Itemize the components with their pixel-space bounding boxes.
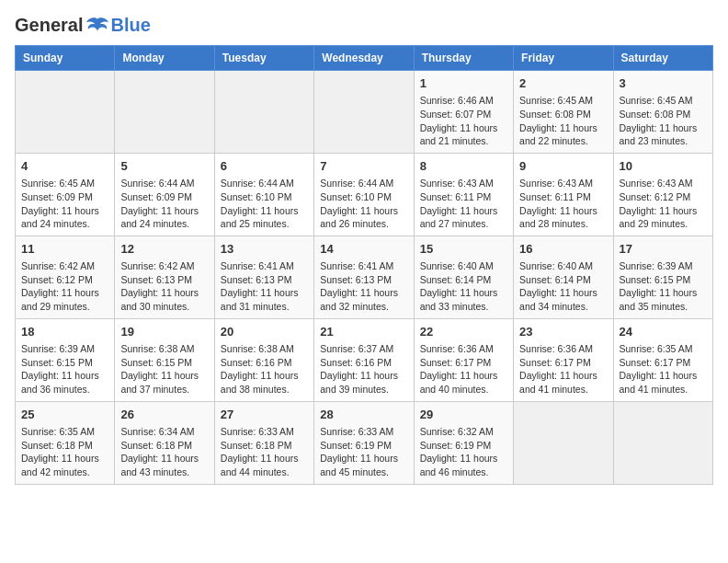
day-info: Sunrise: 6:43 AM (519, 177, 607, 190)
day-number: 7 (320, 158, 407, 175)
day-info: Daylight: 11 hours and 31 minutes. (221, 286, 308, 313)
day-info: Sunrise: 6:43 AM (620, 177, 707, 190)
calendar-cell: 2Sunrise: 6:45 AMSunset: 6:08 PMDaylight… (514, 71, 613, 154)
calendar-cell: 26Sunrise: 6:34 AMSunset: 6:18 PMDayligh… (115, 401, 214, 484)
calendar-cell: 14Sunrise: 6:41 AMSunset: 6:13 PMDayligh… (314, 236, 414, 318)
day-number: 27 (221, 407, 308, 423)
day-info: Daylight: 11 hours and 33 minutes. (420, 286, 507, 313)
day-info: Sunrise: 6:42 AM (21, 259, 108, 273)
logo: General Blue (15, 15, 151, 36)
day-info: Daylight: 11 hours and 34 minutes. (519, 286, 607, 313)
day-info: Sunrise: 6:39 AM (21, 342, 108, 356)
calendar-cell: 13Sunrise: 6:41 AMSunset: 6:13 PMDayligh… (214, 236, 313, 318)
calendar-cell: 4Sunrise: 6:45 AMSunset: 6:09 PMDaylight… (16, 153, 115, 236)
day-number: 2 (519, 75, 607, 92)
day-number: 25 (21, 407, 108, 423)
calendar-cell: 25Sunrise: 6:35 AMSunset: 6:18 PMDayligh… (16, 401, 115, 484)
day-number: 26 (120, 407, 208, 423)
day-info: Daylight: 11 hours and 23 minutes. (620, 121, 707, 148)
calendar-cell: 16Sunrise: 6:40 AMSunset: 6:14 PMDayligh… (514, 236, 613, 318)
day-info: Sunrise: 6:33 AM (320, 425, 407, 439)
day-info: Daylight: 11 hours and 21 minutes. (420, 121, 507, 148)
day-number: 3 (620, 75, 707, 92)
day-info: Sunset: 6:15 PM (120, 356, 208, 370)
day-info: Sunset: 6:13 PM (221, 273, 308, 287)
calendar-header-row: SundayMondayTuesdayWednesdayThursdayFrid… (16, 46, 713, 71)
day-info: Sunrise: 6:41 AM (221, 259, 308, 273)
day-info: Sunrise: 6:35 AM (21, 425, 108, 439)
day-info: Daylight: 11 hours and 24 minutes. (120, 204, 208, 231)
calendar-week-row: 25Sunrise: 6:35 AMSunset: 6:18 PMDayligh… (16, 401, 713, 484)
day-number: 29 (420, 407, 507, 423)
calendar-cell: 19Sunrise: 6:38 AMSunset: 6:15 PMDayligh… (115, 318, 214, 401)
day-number: 13 (221, 241, 308, 258)
calendar-cell (613, 401, 712, 484)
day-info: Sunset: 6:17 PM (519, 356, 607, 370)
day-info: Sunset: 6:09 PM (21, 190, 108, 204)
day-number: 14 (320, 241, 407, 258)
calendar-week-row: 1Sunrise: 6:46 AMSunset: 6:07 PMDaylight… (16, 71, 713, 154)
day-info: Sunset: 6:08 PM (620, 108, 707, 121)
day-info: Sunset: 6:19 PM (320, 439, 407, 453)
calendar-cell: 17Sunrise: 6:39 AMSunset: 6:15 PMDayligh… (613, 236, 712, 318)
day-info: Daylight: 11 hours and 32 minutes. (320, 286, 407, 313)
calendar-cell (214, 71, 313, 154)
day-info: Sunset: 6:18 PM (120, 439, 208, 453)
calendar-table: SundayMondayTuesdayWednesdayThursdayFrid… (15, 45, 713, 485)
day-info: Sunrise: 6:45 AM (519, 94, 607, 108)
day-info: Sunrise: 6:44 AM (221, 177, 308, 190)
day-info: Daylight: 11 hours and 40 minutes. (420, 369, 507, 396)
logo-general: General (15, 15, 83, 36)
column-header-tuesday: Tuesday (214, 46, 313, 71)
day-info: Daylight: 11 hours and 42 minutes. (21, 452, 108, 478)
calendar-cell: 6Sunrise: 6:44 AMSunset: 6:10 PMDaylight… (214, 153, 313, 236)
day-info: Daylight: 11 hours and 22 minutes. (519, 121, 607, 148)
day-info: Sunrise: 6:43 AM (420, 177, 507, 190)
day-info: Daylight: 11 hours and 25 minutes. (221, 204, 308, 231)
day-info: Daylight: 11 hours and 26 minutes. (320, 204, 407, 231)
day-info: Sunrise: 6:44 AM (120, 177, 208, 190)
day-info: Sunset: 6:17 PM (620, 356, 707, 370)
day-info: Sunrise: 6:34 AM (120, 425, 208, 439)
day-info: Daylight: 11 hours and 29 minutes. (21, 286, 108, 313)
day-number: 20 (221, 324, 308, 340)
day-info: Daylight: 11 hours and 38 minutes. (221, 369, 308, 396)
calendar-cell: 3Sunrise: 6:45 AMSunset: 6:08 PMDaylight… (613, 71, 712, 154)
day-info: Sunrise: 6:45 AM (21, 177, 108, 190)
header: General Blue (15, 15, 713, 36)
day-info: Sunset: 6:17 PM (420, 356, 507, 370)
day-number: 24 (620, 324, 707, 340)
day-number: 21 (320, 324, 407, 340)
day-number: 4 (21, 158, 108, 175)
column-header-thursday: Thursday (414, 46, 513, 71)
day-info: Sunrise: 6:36 AM (519, 342, 607, 356)
day-info: Sunrise: 6:40 AM (519, 259, 607, 273)
calendar-cell: 12Sunrise: 6:42 AMSunset: 6:13 PMDayligh… (115, 236, 214, 318)
day-number: 19 (120, 324, 208, 340)
day-number: 5 (120, 158, 208, 175)
day-info: Sunrise: 6:40 AM (420, 259, 507, 273)
day-info: Sunrise: 6:39 AM (620, 259, 707, 273)
day-number: 28 (320, 407, 407, 423)
day-info: Sunset: 6:11 PM (420, 190, 507, 204)
day-info: Sunset: 6:08 PM (519, 108, 607, 121)
column-header-wednesday: Wednesday (314, 46, 414, 71)
calendar-cell: 28Sunrise: 6:33 AMSunset: 6:19 PMDayligh… (314, 401, 414, 484)
calendar-cell: 22Sunrise: 6:36 AMSunset: 6:17 PMDayligh… (414, 318, 513, 401)
calendar-cell (115, 71, 214, 154)
day-info: Sunset: 6:14 PM (420, 273, 507, 287)
day-info: Sunrise: 6:35 AM (620, 342, 707, 356)
day-number: 23 (519, 324, 607, 340)
day-info: Daylight: 11 hours and 43 minutes. (120, 452, 208, 478)
day-number: 17 (620, 241, 707, 258)
day-number: 8 (420, 158, 507, 175)
day-info: Daylight: 11 hours and 37 minutes. (120, 369, 208, 396)
column-header-friday: Friday (514, 46, 613, 71)
calendar-cell: 1Sunrise: 6:46 AMSunset: 6:07 PMDaylight… (414, 71, 513, 154)
calendar-cell: 27Sunrise: 6:33 AMSunset: 6:18 PMDayligh… (214, 401, 313, 484)
day-number: 22 (420, 324, 507, 340)
day-info: Daylight: 11 hours and 30 minutes. (120, 286, 208, 313)
calendar-cell (514, 401, 613, 484)
day-info: Sunrise: 6:46 AM (420, 94, 507, 108)
calendar-cell: 5Sunrise: 6:44 AMSunset: 6:09 PMDaylight… (115, 153, 214, 236)
